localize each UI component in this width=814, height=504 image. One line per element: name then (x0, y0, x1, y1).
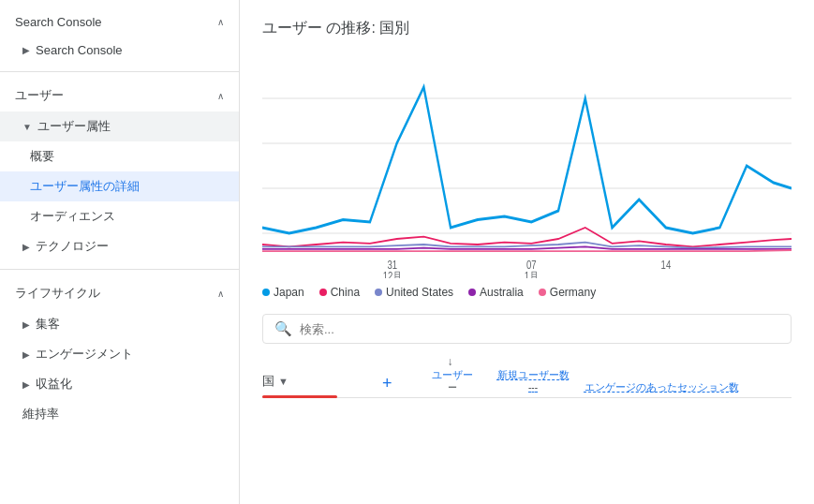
sidebar-item-user-attributes-detail[interactable]: ユーザー属性の詳細 (0, 171, 239, 201)
svg-text:1月: 1月 (525, 270, 539, 278)
add-dimension-button[interactable]: + (382, 374, 392, 393)
col-country-label: 国 (262, 373, 274, 390)
sidebar-item-technology[interactable]: ▶ テクノロジー (0, 231, 239, 261)
svg-text:12月: 12月 (383, 270, 402, 278)
triangle-right-icon: ▶ (22, 319, 30, 330)
triangle-right-icon: ▶ (22, 379, 30, 390)
sidebar-item-audience[interactable]: オーディエンス (0, 201, 239, 231)
sidebar-section-user[interactable]: ユーザー ∧ (0, 80, 239, 111)
chevron-up-icon: ∧ (217, 17, 224, 27)
table-header: 国 ▼ + ↓ ユーザー ー 新規ユーザー数 --- エンゲージのあったセッショ… (262, 355, 792, 398)
sidebar-section-label: ライフサイクル (15, 285, 100, 302)
dropdown-icon[interactable]: ▼ (278, 376, 289, 387)
legend-label-china: China (331, 286, 360, 299)
search-input[interactable] (300, 322, 779, 336)
sidebar-item-label: Search Console (36, 43, 123, 57)
sidebar-item-overview[interactable]: 概要 (0, 141, 239, 171)
col-users: ↓ ユーザー ー (415, 355, 490, 393)
sidebar-item-label: ユーザー属性 (37, 118, 111, 135)
sidebar-item-monetization[interactable]: ▶ 収益化 (0, 369, 239, 399)
sidebar-item-label: 概要 (30, 148, 54, 165)
legend-dot-china (319, 289, 327, 296)
legend-dot-united-states (375, 289, 382, 296)
legend-label-australia: Australia (480, 286, 524, 299)
col-engaged-sessions-label: エンゲージのあったセッション数 (585, 380, 739, 393)
legend-item-japan: Japan (262, 286, 304, 299)
sidebar-item-label: オーディエンス (30, 208, 115, 225)
legend-dot-germany (539, 289, 546, 296)
triangle-right-icon: ▶ (22, 45, 30, 55)
sidebar-section-search-console[interactable]: Search Console ∧ (0, 7, 239, 37)
svg-text:14: 14 (661, 259, 672, 271)
sidebar-item-engagement[interactable]: ▶ エンゲージメント (0, 339, 239, 369)
sidebar-section-lifecycle[interactable]: ライフサイクル ∧ (0, 277, 239, 309)
triangle-down-icon: ▼ (22, 122, 32, 132)
search-icon: 🔍 (274, 320, 292, 337)
chart-legend: Japan China United States Australia Germ… (262, 286, 792, 299)
sort-icon: ↓ (448, 355, 453, 368)
sidebar-item-label: エンゲージメント (36, 346, 133, 363)
col-new-users-label: 新規ユーザー数 --- (497, 368, 570, 393)
divider (0, 269, 239, 270)
legend-item-china: China (319, 286, 360, 299)
sidebar: Search Console ∧ ▶ Search Console ユーザー ∧… (0, 0, 240, 504)
legend-item-germany: Germany (539, 286, 596, 299)
legend-dot-japan (262, 289, 270, 296)
col-engaged-sessions: エンゲージのあったセッション数 (577, 380, 747, 393)
sidebar-item-label: 維持率 (22, 406, 59, 422)
chevron-up-icon: ∧ (217, 91, 224, 101)
page-title: ユーザー の推移: 国別 (262, 19, 792, 38)
sidebar-item-label: テクノロジー (36, 238, 109, 255)
sidebar-item-acquisition[interactable]: ▶ 集客 (0, 309, 239, 339)
legend-label-united-states: United States (386, 286, 453, 299)
sidebar-item-label: 収益化 (36, 376, 72, 393)
line-chart: 31 12月 07 1月 14 (262, 53, 792, 278)
divider (0, 71, 239, 72)
main-content: ユーザー の推移: 国別 31 12月 07 1月 14 (240, 0, 814, 504)
sidebar-item-retention[interactable]: 維持率 (0, 399, 239, 429)
col-country-underline (262, 395, 337, 398)
triangle-right-icon: ▶ (22, 242, 30, 252)
legend-label-germany: Germany (550, 286, 596, 299)
legend-dot-australia (468, 289, 476, 296)
chart-container: 31 12月 07 1月 14 (262, 53, 792, 278)
col-users-label: ユーザー ー (422, 368, 482, 393)
legend-item-australia: Australia (468, 286, 524, 299)
legend-label-japan: Japan (274, 286, 304, 299)
legend-item-united-states: United States (375, 286, 453, 299)
col-country[interactable]: 国 ▼ (262, 373, 375, 393)
sidebar-item-user-attributes[interactable]: ▼ ユーザー属性 (0, 111, 239, 141)
sidebar-section-label: Search Console (15, 15, 102, 29)
search-bar[interactable]: 🔍 (262, 314, 792, 344)
col-new-users: 新規ユーザー数 --- (490, 368, 577, 393)
sidebar-item-label: 集客 (36, 316, 60, 333)
sidebar-item-label: ユーザー属性の詳細 (30, 178, 140, 195)
sidebar-item-search-console[interactable]: ▶ Search Console (0, 37, 239, 64)
sidebar-section-label: ユーザー (15, 87, 64, 104)
triangle-right-icon: ▶ (22, 349, 30, 360)
chevron-up-icon: ∧ (217, 289, 224, 299)
